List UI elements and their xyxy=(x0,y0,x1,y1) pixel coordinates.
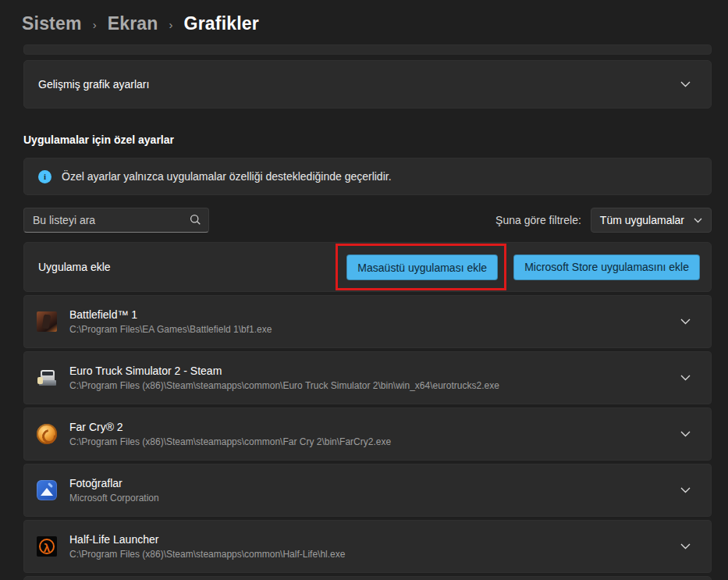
filter-label: Şuna göre filtrele: xyxy=(495,214,581,226)
filter-dropdown-value: Tüm uygulamalar xyxy=(600,214,684,226)
chevron-down-icon xyxy=(694,218,702,223)
add-app-actions: Masaüstü uygulaması ekle Microsoft Store… xyxy=(336,244,700,290)
info-text: Özel ayarlar yalnızca uygulamalar özelli… xyxy=(62,170,392,183)
app-row-battlefield-1[interactable]: Battlefield™ 1 C:\Program Files\EA Games… xyxy=(23,295,712,348)
chevron-down-icon[interactable] xyxy=(680,431,691,437)
euro-truck-simulator-2-icon xyxy=(37,368,57,388)
app-path: C:\Program Files (x86)\Steam\steamapps\c… xyxy=(69,436,680,447)
app-path: C:\Program Files (x86)\Steam\steamapps\c… xyxy=(69,549,680,560)
app-name: Fotoğraflar xyxy=(69,477,680,489)
app-list: Battlefield™ 1 C:\Program Files\EA Games… xyxy=(23,295,712,580)
search-filter-toolbar: Şuna göre filtrele: Tüm uygulamalar xyxy=(23,202,712,238)
app-row-euro-truck-simulator-2[interactable]: Euro Truck Simulator 2 - Steam C:\Progra… xyxy=(23,351,712,404)
battlefield-1-icon xyxy=(37,311,57,332)
search-icon[interactable] xyxy=(190,214,201,226)
filter-dropdown[interactable]: Tüm uygulamalar xyxy=(591,208,712,233)
partial-card-below xyxy=(23,576,712,580)
partial-card-above xyxy=(23,44,712,55)
chevron-down-icon[interactable] xyxy=(680,487,691,493)
breadcrumb: Sistem › Ekran › Grafikler xyxy=(0,0,728,37)
breadcrumb-item-ekran[interactable]: Ekran xyxy=(108,13,158,34)
filter-group: Şuna göre filtrele: Tüm uygulamalar xyxy=(495,208,712,233)
chevron-down-icon[interactable] xyxy=(680,543,691,550)
breadcrumb-separator-icon: › xyxy=(93,16,97,31)
page-title: Grafikler xyxy=(184,13,259,34)
app-name: Battlefield™ 1 xyxy=(69,308,680,321)
add-desktop-app-button[interactable]: Masaüstü uygulaması ekle xyxy=(346,254,498,280)
chevron-down-icon[interactable] xyxy=(680,318,691,325)
add-app-label: Uygulama ekle xyxy=(38,261,111,273)
app-publisher: Microsoft Corporation xyxy=(69,493,680,503)
section-title: Uygulamalar için özel ayarlar xyxy=(23,133,712,146)
chevron-down-icon[interactable] xyxy=(680,81,691,87)
app-row-half-life[interactable]: λ Half-Life Launcher C:\Program Files (x… xyxy=(23,520,712,573)
breadcrumb-item-sistem[interactable]: Sistem xyxy=(22,13,82,34)
red-annotation-rectangle: Masaüstü uygulaması ekle xyxy=(336,244,506,290)
app-path: C:\Program Files (x86)\Steam\steamapps\c… xyxy=(69,380,680,391)
app-row-far-cry-2[interactable]: Far Cry® 2 C:\Program Files (x86)\Steam\… xyxy=(23,407,712,461)
search-box[interactable] xyxy=(23,208,209,233)
app-row-photos[interactable]: Fotoğraflar Microsoft Corporation xyxy=(23,464,712,517)
chevron-down-icon[interactable] xyxy=(680,375,691,381)
app-name: Far Cry® 2 xyxy=(69,421,680,433)
app-path: C:\Program Files\EA Games\Battlefield 1\… xyxy=(69,324,680,335)
add-store-app-button[interactable]: Microsoft Store uygulamasını ekle xyxy=(513,254,700,280)
info-bar: i Özel ayarlar yalnızca uygulamalar özel… xyxy=(23,158,712,195)
advanced-graphics-settings-expander[interactable]: Gelişmiş grafik ayarları xyxy=(23,60,712,109)
search-input[interactable] xyxy=(23,208,209,233)
info-icon: i xyxy=(38,170,51,183)
far-cry-2-icon xyxy=(37,424,57,444)
breadcrumb-separator-icon: › xyxy=(169,16,173,31)
add-app-row: Uygulama ekle Masaüstü uygulaması ekle M… xyxy=(23,242,712,292)
advanced-graphics-label: Gelişmiş grafik ayarları xyxy=(38,78,149,91)
app-name: Half-Life Launcher xyxy=(69,533,680,546)
photos-icon xyxy=(37,480,57,500)
half-life-icon: λ xyxy=(37,536,57,557)
app-name: Euro Truck Simulator 2 - Steam xyxy=(69,365,680,377)
